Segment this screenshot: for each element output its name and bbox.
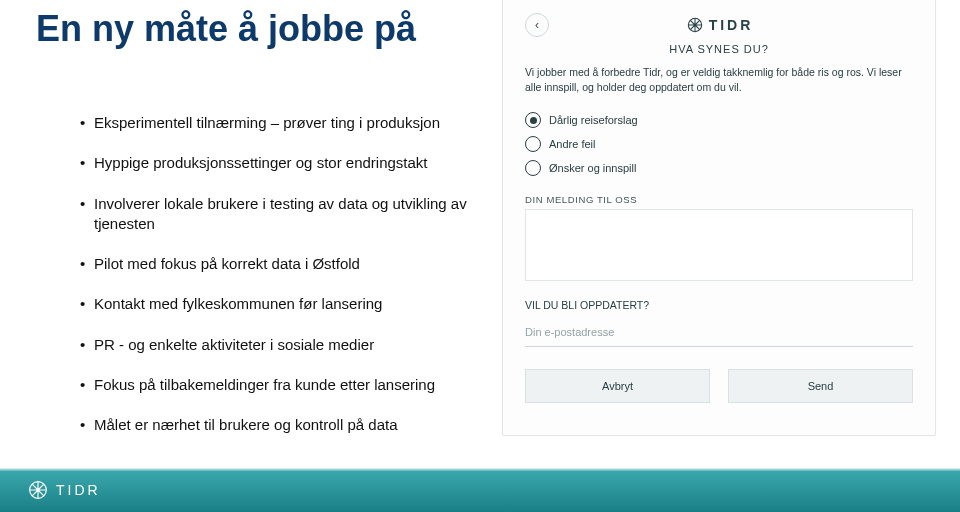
logo-icon: [687, 17, 703, 33]
back-button[interactable]: ‹: [525, 13, 549, 37]
radio-label: Ønsker og innspill: [549, 162, 636, 174]
message-textarea[interactable]: [525, 209, 913, 281]
chevron-left-icon: ‹: [535, 18, 539, 32]
radio-icon: [525, 160, 541, 176]
app-logo: TIDR: [687, 17, 754, 33]
cancel-button[interactable]: Avbryt: [525, 369, 710, 403]
followup-question: VIL DU BLI OPPDATERT?: [525, 299, 913, 311]
footer-brand-text: TIDR: [56, 482, 101, 498]
radio-option[interactable]: Ønsker og innspill: [525, 160, 913, 176]
feedback-card: ‹ TIDR HVA SYNES DU? Vi jobber med å for…: [502, 0, 936, 436]
list-item: Fokus på tilbakemeldinger fra kunde ette…: [80, 375, 500, 395]
list-item: Pilot med fokus på korrekt data i Østfol…: [80, 254, 500, 274]
card-intro: Vi jobber med å forbedre Tidr, og er vel…: [525, 65, 913, 94]
footer-bar: TIDR: [0, 468, 960, 512]
bullet-list: Eksperimentell tilnærming – prøver ting …: [40, 113, 500, 455]
list-item: Eksperimentell tilnærming – prøver ting …: [80, 113, 500, 133]
radio-icon: [525, 112, 541, 128]
slide-title: En ny måte å jobbe på: [36, 8, 416, 50]
send-button[interactable]: Send: [728, 369, 913, 403]
list-item: Hyppige produksjonssettinger og stor end…: [80, 153, 500, 173]
list-item: Involverer lokale brukere i testing av d…: [80, 194, 500, 235]
logo-icon: [28, 480, 48, 500]
email-field[interactable]: [525, 317, 913, 347]
radio-option[interactable]: Dårlig reiseforslag: [525, 112, 913, 128]
message-label: DIN MELDING TIL OSS: [525, 194, 913, 205]
app-brand-text: TIDR: [709, 17, 754, 33]
radio-label: Andre feil: [549, 138, 595, 150]
card-title: HVA SYNES DU?: [525, 43, 913, 55]
list-item: PR - og enkelte aktiviteter i sosiale me…: [80, 335, 500, 355]
footer-logo: TIDR: [28, 480, 101, 500]
list-item: Målet er nærhet til brukere og kontroll …: [80, 415, 500, 435]
radio-icon: [525, 136, 541, 152]
radio-label: Dårlig reiseforslag: [549, 114, 638, 126]
radio-option[interactable]: Andre feil: [525, 136, 913, 152]
list-item: Kontakt med fylkeskommunen før lansering: [80, 294, 500, 314]
